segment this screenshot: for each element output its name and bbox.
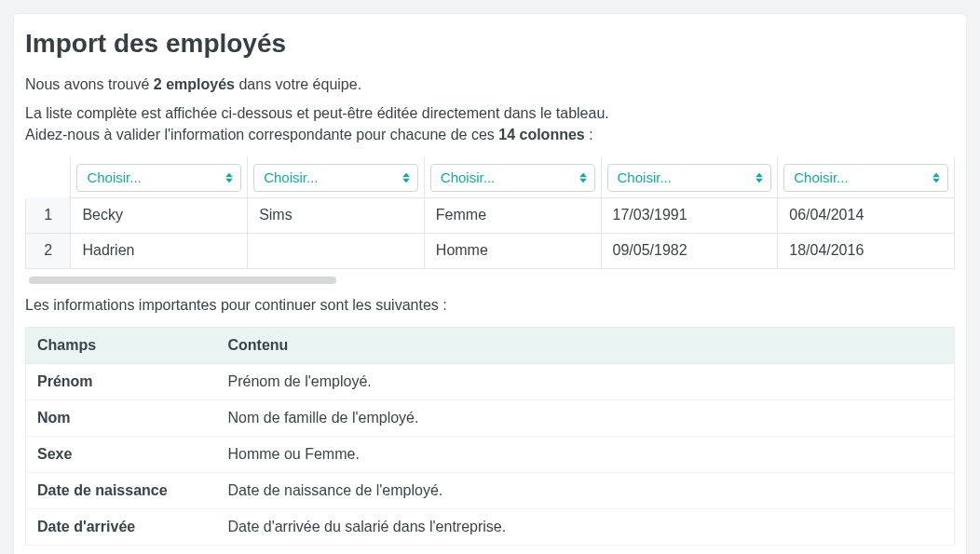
header-blank <box>26 157 71 197</box>
intro-help-prefix: Aidez-nous à valider l'information corre… <box>25 127 498 142</box>
import-card: Import des employés Nous avons trouvé 2 … <box>13 13 967 554</box>
select-label: Choisir... <box>87 169 141 185</box>
info-lead: Les informations importantes pour contin… <box>14 297 966 314</box>
fields-table: Champs Contenu PrénomPrénom de l'employé… <box>25 327 955 546</box>
field-desc: Date de naissance de l'employé. <box>217 472 955 508</box>
intro-block: Nous avons trouvé 2 employés dans votre … <box>14 74 966 146</box>
column-type-select[interactable]: Choisir... <box>783 164 948 192</box>
horizontal-scrollbar[interactable] <box>25 275 955 286</box>
data-cell[interactable]: Sims <box>248 197 425 233</box>
column-header: Choisir... <box>424 157 601 197</box>
select-label: Choisir... <box>794 169 848 185</box>
field-desc: Nom de famille de l'employé. <box>217 399 955 436</box>
column-type-select[interactable]: Choisir... <box>253 164 418 192</box>
field-desc: Date d'arrivée du salarié dans l'entrepr… <box>217 508 955 545</box>
select-arrows-icon <box>579 172 587 182</box>
fields-header-champs: Champs <box>26 327 217 363</box>
fields-row: PrénomPrénom de l'employé. <box>26 363 955 399</box>
data-cell[interactable]: Hadrien <box>71 233 248 268</box>
data-cell[interactable]: Homme <box>424 233 601 268</box>
fields-row: NomNom de famille de l'employé. <box>26 399 955 436</box>
data-cell[interactable]: 06/04/2014 <box>778 197 955 233</box>
select-arrows-icon <box>225 172 233 182</box>
column-header: Choisir... <box>778 157 955 197</box>
data-cell[interactable]: 18/04/2016 <box>778 233 955 268</box>
scrollbar-thumb[interactable] <box>29 277 336 284</box>
data-cell[interactable]: Femme <box>424 197 601 233</box>
field-name: Date d'arrivée <box>26 508 217 545</box>
column-header: Choisir... <box>71 157 248 197</box>
data-table: Choisir...Choisir...Choisir...Choisir...… <box>25 157 955 269</box>
intro-found-bold: 2 employés <box>154 76 235 92</box>
select-arrows-icon <box>755 172 763 182</box>
column-header: Choisir... <box>248 157 425 197</box>
data-cell[interactable]: 09/05/1982 <box>601 233 778 268</box>
row-number: 1 <box>26 197 71 233</box>
data-cell[interactable]: 17/03/1991 <box>601 197 778 233</box>
intro-help-suffix: : <box>585 127 593 142</box>
select-label: Choisir... <box>618 169 672 185</box>
intro-list-text: La liste complète est affichée ci-dessou… <box>25 105 609 121</box>
column-type-select[interactable]: Choisir... <box>430 164 595 192</box>
fields-row: Date de naissanceDate de naissance de l'… <box>26 472 955 508</box>
field-name: Prénom <box>26 363 217 399</box>
row-number: 2 <box>26 233 71 268</box>
intro-help: La liste complète est affichée ci-dessou… <box>14 102 966 145</box>
page-title: Import des employés <box>14 14 966 74</box>
intro-help-bold: 14 colonnes <box>498 127 584 142</box>
data-table-container: Choisir...Choisir...Choisir...Choisir...… <box>25 157 955 269</box>
table-row: 2HadrienHomme09/05/198218/04/2016 <box>26 233 955 268</box>
column-type-select[interactable]: Choisir... <box>76 164 241 192</box>
field-desc: Homme ou Femme. <box>217 436 955 472</box>
fields-row: SexeHomme ou Femme. <box>26 436 955 472</box>
intro-found-prefix: Nous avons trouvé <box>25 76 154 92</box>
column-header: Choisir... <box>601 157 778 197</box>
intro-found: Nous avons trouvé 2 employés dans votre … <box>14 74 966 95</box>
data-cell[interactable]: Becky <box>71 197 248 233</box>
field-name: Date de naissance <box>26 472 217 508</box>
fields-header-contenu: Contenu <box>217 327 955 363</box>
select-arrows-icon <box>402 172 410 182</box>
table-row: 1BeckySimsFemme17/03/199106/04/2014 <box>26 197 955 233</box>
select-label: Choisir... <box>441 169 495 185</box>
column-type-select[interactable]: Choisir... <box>607 164 772 192</box>
fields-row: Date d'arrivéeDate d'arrivée du salarié … <box>26 508 955 545</box>
select-arrows-icon <box>932 172 940 182</box>
field-desc: Prénom de l'employé. <box>217 363 955 399</box>
field-name: Nom <box>26 399 217 436</box>
field-name: Sexe <box>26 436 217 472</box>
data-cell[interactable] <box>248 233 425 268</box>
select-label: Choisir... <box>264 169 318 185</box>
intro-found-suffix: dans votre équipe. <box>235 76 361 92</box>
